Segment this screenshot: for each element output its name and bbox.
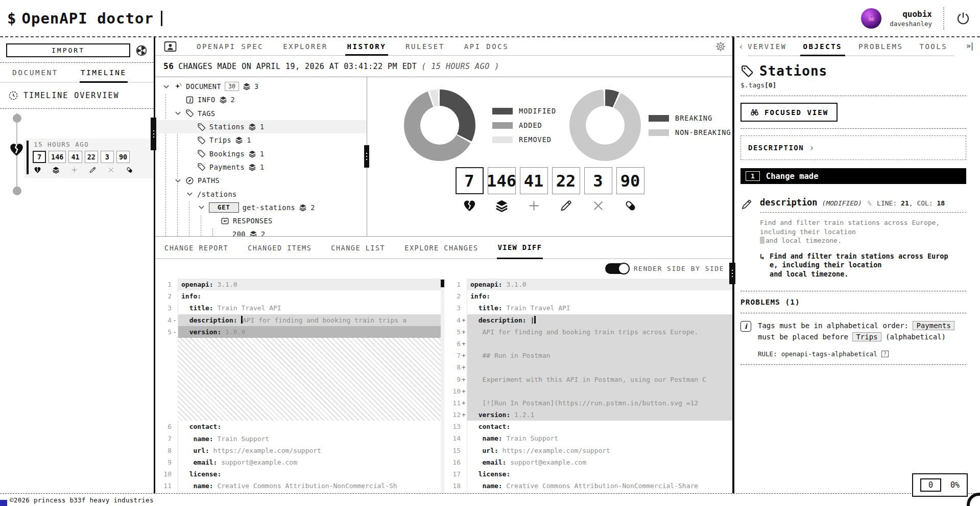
profile-icon[interactable] [163, 40, 177, 53]
chevron-down-icon[interactable] [198, 203, 205, 211]
change-header: description (MODIFIED) % LINE: 21, COL: … [760, 197, 966, 208]
diff-sign [172, 468, 178, 480]
tree-row-bookings[interactable]: Bookings1 [155, 147, 367, 160]
nav-tab-explorer[interactable]: EXPLORER [283, 37, 327, 55]
stat-icon-cell [616, 199, 644, 213]
view-tab-change-report[interactable]: CHANGE REPORT [163, 244, 229, 258]
diff-cursor [534, 316, 536, 324]
diff-line: 8+ [444, 361, 732, 373]
power-icon[interactable] [955, 11, 971, 26]
panel-tab-verview[interactable]: VERVIEW [748, 37, 787, 55]
diff-line: 1 openapi: 3.1.0 [444, 279, 732, 290]
tree-row-stations[interactable]: Stations1 [155, 120, 367, 133]
nav-tab-history[interactable]: HISTORY [347, 37, 387, 55]
chevron-down-icon[interactable] [186, 190, 194, 198]
heart-icon [463, 199, 476, 213]
view-tab-change-list[interactable]: CHANGE LIST [330, 244, 386, 258]
tree-splitter-handle[interactable] [364, 145, 369, 168]
diff-sign [172, 433, 178, 445]
tabs-scroll-left-icon[interactable]: ‹ [738, 41, 744, 52]
line-number: 3 [444, 302, 461, 314]
line-number: 8 [155, 445, 172, 456]
view-tab-view-diff[interactable]: VIEW DIFF [497, 243, 543, 259]
copyright: ©2026 princess b33f heavy industries [10, 496, 154, 504]
nav-tab-openapi-spec[interactable]: OPENAPI SPEC [197, 37, 264, 55]
panel-tab-objects[interactable]: OBJECTS [803, 37, 843, 55]
fan-icon[interactable] [135, 44, 148, 57]
document-tree: DOCUMENT303iINFO2TAGSStations1Trips1Book… [155, 77, 367, 236]
line-number: 9 [155, 456, 172, 468]
chevron-down-icon[interactable] [174, 109, 182, 117]
stat-pencil-value[interactable]: 22 [552, 167, 580, 194]
sidebar-tab-timeline[interactable]: TIMELINE [80, 63, 128, 83]
panel-tab-tools[interactable]: TOOLS [919, 37, 947, 55]
avatar[interactable]: ☠ [861, 8, 881, 29]
timeline-badge[interactable]: 7 [33, 151, 46, 163]
change-body: description (MODIFIED) % LINE: 21, COL: … [760, 197, 966, 279]
tree-row--stations[interactable]: /stations [155, 187, 367, 200]
tag-icon [197, 149, 206, 158]
diff-sign [461, 432, 467, 444]
tree-row-payments[interactable]: Payments1 [155, 160, 367, 174]
tree-row-tags[interactable]: TAGS [155, 107, 367, 120]
layers-count: 1 [260, 150, 264, 158]
tree-row-paths[interactable]: PATHS [155, 174, 367, 187]
tree-row-200[interactable]: 2002 [155, 227, 367, 236]
diff-line: 6 contact: [155, 421, 444, 432]
view-tab-changed-items[interactable]: CHANGED ITEMS [247, 244, 313, 258]
legend-swatch [492, 122, 513, 129]
chevron-down-icon[interactable] [162, 83, 170, 90]
timeline-badge[interactable]: 22 [85, 151, 98, 163]
tag-icon [197, 123, 206, 131]
scrollbar-thumb[interactable] [441, 280, 444, 287]
stat-pill-value[interactable]: 90 [616, 167, 644, 194]
chevron-down-icon[interactable] [174, 177, 182, 185]
tree-row-get-stations[interactable]: GETget-stations2 [155, 201, 367, 214]
text-cursor-ghost [760, 237, 764, 244]
sidebar-tab-document[interactable]: DOCUMENT [11, 63, 59, 82]
tree-row-responses[interactable]: RESPONSES [155, 214, 367, 227]
stat-x-value[interactable]: 3 [584, 167, 612, 194]
focused-view-label: FOCUSED VIEW [764, 108, 828, 117]
layers-count: 1 [247, 136, 251, 144]
diff-sign [172, 445, 178, 456]
diff-line: 6+ [444, 338, 732, 350]
view-tab-explore-changes[interactable]: EXPLORE CHANGES [403, 244, 479, 258]
panel-splitter-handle[interactable] [729, 263, 735, 284]
tree-row-trips[interactable]: Trips1 [155, 133, 367, 147]
timeline-badge[interactable]: 3 [101, 151, 114, 163]
nav-tab-api-docs[interactable]: API DOCS [464, 37, 509, 55]
diff-pane-original[interactable]: 1 openapi: 3.1.02 info:3 title: Train Tr… [155, 279, 444, 493]
diff-sign: + [461, 350, 467, 361]
compass-icon [185, 176, 194, 185]
timeline-badge[interactable]: 146 [49, 151, 66, 163]
diff-pane-modified[interactable]: 1 openapi: 3.1.02 info:3 title: Train Tr… [444, 279, 732, 493]
rule-label: RULE: [758, 350, 777, 358]
gear-icon[interactable] [715, 41, 726, 52]
panel-expand-icon[interactable]: »| [966, 41, 973, 51]
focused-view-button[interactable]: FOCUSED VIEW [740, 103, 838, 122]
timeline-badge[interactable]: 90 [116, 151, 130, 163]
timeline-badge[interactable]: 41 [68, 151, 82, 163]
prompt-symbol: $ [7, 10, 16, 27]
diff-left-scrollbar[interactable] [441, 279, 444, 493]
tag-chip: Trips [852, 332, 881, 341]
description-expander[interactable]: DESCRIPTION › [740, 135, 966, 160]
render-side-by-side-toggle[interactable] [605, 263, 629, 274]
timeline-badges: 71464122390 [33, 151, 130, 163]
tree-row-document[interactable]: DOCUMENT303 [155, 80, 367, 93]
nav-tab-ruleset[interactable]: RULESET [405, 37, 445, 55]
breaking-donut [569, 89, 641, 161]
change-made-banner: 1 Change made [740, 168, 966, 184]
tree-row-info[interactable]: iINFO2 [155, 93, 367, 106]
stat-heart-value[interactable]: 7 [456, 167, 484, 194]
sidebar-splitter-handle[interactable] [151, 118, 156, 150]
import-button[interactable]: IMPORT [6, 43, 130, 57]
problem-item[interactable]: i Tags must be in alphabetical order: Pa… [740, 320, 966, 342]
stat-layers-value[interactable]: 146 [488, 167, 516, 194]
panel-tab-problems[interactable]: PROBLEMS [858, 37, 903, 55]
layers-count: 1 [260, 123, 264, 131]
rule-help-icon[interactable]: ? [881, 351, 889, 357]
diff-sign [172, 421, 178, 432]
stat-plus-value[interactable]: 41 [520, 167, 548, 194]
